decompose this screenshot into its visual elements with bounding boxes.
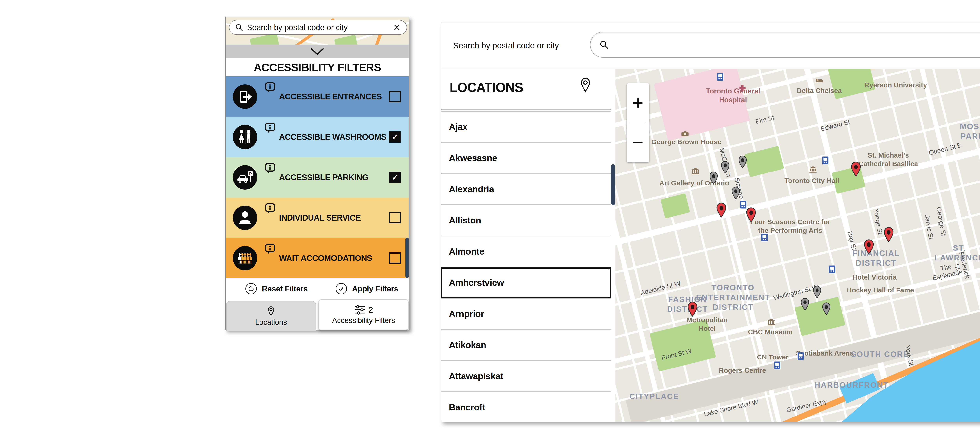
locations-list: AjaxAkwesasneAlexandriaAllistonAlmonteAm… bbox=[441, 111, 611, 422]
map-pin-red[interactable] bbox=[850, 161, 862, 177]
map-pin-red[interactable] bbox=[686, 301, 699, 317]
hospital-cross-icon bbox=[738, 85, 746, 92]
map-pin-red[interactable] bbox=[745, 207, 757, 223]
close-icon[interactable] bbox=[393, 23, 401, 32]
checkbox[interactable] bbox=[389, 91, 401, 102]
list-item-location[interactable]: Atikokan bbox=[441, 330, 611, 361]
list-item-location[interactable]: Alexandria bbox=[441, 174, 611, 205]
reset-icon bbox=[245, 283, 257, 294]
map-park bbox=[828, 69, 875, 99]
location-pin-icon bbox=[579, 77, 592, 92]
info-icon[interactable] bbox=[265, 122, 275, 134]
map-pin-red[interactable] bbox=[715, 202, 727, 218]
entrance-icon bbox=[233, 84, 257, 109]
search-icon bbox=[599, 40, 609, 50]
subway-station-icon bbox=[761, 233, 768, 242]
filter-row-individual-service[interactable]: INDIVIDUAL SERVICE bbox=[226, 198, 409, 238]
info-icon[interactable] bbox=[265, 243, 275, 255]
filter-row-accessible-entrances[interactable]: ACCESSIBLE ENTRANCES bbox=[226, 76, 409, 117]
subway-station-icon bbox=[717, 73, 724, 81]
parking-icon: P bbox=[233, 165, 257, 189]
collapse-handle[interactable] bbox=[226, 45, 409, 58]
filters-count-badge: 2 bbox=[369, 305, 373, 314]
map-pin-gray[interactable] bbox=[812, 285, 822, 299]
tab-filters-label: Accessibility Filters bbox=[332, 316, 395, 325]
search-input[interactable] bbox=[590, 32, 980, 58]
map-park bbox=[744, 146, 784, 177]
map-pin-gray[interactable] bbox=[800, 297, 810, 311]
mini-scrollbar-thumb[interactable] bbox=[405, 238, 409, 278]
map-pin-red[interactable] bbox=[882, 227, 895, 242]
washroom-icon bbox=[233, 125, 257, 149]
museum-icon bbox=[767, 318, 775, 326]
mini-accessibility-panel: Search by postal code or city ACCESSIBIL… bbox=[225, 17, 409, 330]
mini-panel-title: ACCESSIBILITY FILTERS bbox=[226, 58, 409, 76]
map-pin-red[interactable] bbox=[862, 239, 875, 255]
list-item-location[interactable]: Arnprior bbox=[441, 299, 611, 330]
apply-filters-label: Apply Filters bbox=[352, 284, 398, 293]
filter-row-accessible-washrooms[interactable]: ACCESSIBLE WASHROOMS✓ bbox=[226, 117, 409, 157]
camera-icon bbox=[681, 130, 689, 137]
filter-label: ACCESSIBLE ENTRANCES bbox=[279, 76, 382, 117]
location-pin-icon bbox=[267, 306, 275, 316]
museum-icon bbox=[809, 166, 817, 173]
tab-locations-label: Locations bbox=[255, 318, 287, 327]
mini-search-placeholder: Search by postal code or city bbox=[247, 23, 389, 32]
checkbox[interactable] bbox=[389, 253, 401, 264]
mini-tab-bar: Locations 2 Accessibility Filters bbox=[226, 300, 409, 331]
search-label: Search by postal code or city bbox=[453, 22, 559, 69]
list-item-location[interactable]: Alliston bbox=[441, 205, 611, 236]
search-icon bbox=[235, 23, 243, 32]
svg-text:P: P bbox=[249, 172, 252, 176]
filter-row-accessible-parking[interactable]: PACCESSIBLE PARKING✓ bbox=[226, 157, 409, 198]
info-icon[interactable] bbox=[265, 203, 275, 215]
list-item-location[interactable]: Akwesasne bbox=[441, 143, 611, 174]
apply-filters-button[interactable]: Apply Filters bbox=[336, 283, 398, 294]
map-pin-gray[interactable] bbox=[708, 171, 719, 185]
mini-footer: Reset Filters Apply Filters bbox=[226, 278, 409, 300]
list-item-location[interactable]: Attawapiskat bbox=[441, 361, 611, 392]
map-hospital-area bbox=[654, 69, 750, 141]
filter-label: ACCESSIBLE WASHROOMS bbox=[279, 117, 386, 157]
map-pin-gray[interactable] bbox=[821, 302, 832, 315]
map-pin-gray[interactable] bbox=[730, 186, 741, 200]
search-bar-section: Search by postal code or city bbox=[441, 22, 980, 69]
map-park bbox=[660, 193, 690, 218]
info-icon[interactable] bbox=[265, 163, 275, 175]
list-item-location[interactable]: Almonte bbox=[441, 236, 611, 267]
bed-icon bbox=[816, 77, 824, 84]
list-item-location[interactable]: Amherstview bbox=[441, 267, 611, 299]
list-item-location[interactable]: Bancroft bbox=[441, 392, 611, 422]
reset-filters-button[interactable]: Reset Filters bbox=[245, 283, 308, 294]
checkbox[interactable]: ✓ bbox=[389, 131, 401, 143]
list-item-location[interactable]: Ajax bbox=[441, 111, 611, 143]
crowd-icon bbox=[233, 246, 257, 270]
locator-app-window: Search by postal code or city LOCATIONS … bbox=[441, 22, 980, 421]
locations-scrollbar-thumb[interactable] bbox=[611, 164, 615, 205]
zoom-out-button[interactable]: − bbox=[627, 123, 649, 162]
map-pin-gray[interactable] bbox=[737, 155, 748, 168]
locations-header: LOCATIONS bbox=[441, 70, 611, 109]
tab-locations[interactable]: Locations bbox=[226, 301, 316, 331]
checkbox[interactable]: ✓ bbox=[389, 172, 401, 183]
person-icon bbox=[233, 206, 257, 230]
chevron-down-icon bbox=[309, 47, 326, 56]
sliders-icon bbox=[354, 305, 366, 315]
info-icon[interactable] bbox=[265, 82, 275, 94]
filter-label: ACCESSIBLE PARKING bbox=[279, 157, 368, 198]
map-canvas[interactable]: Toronto General HospitalDelta ChelseaRye… bbox=[616, 69, 980, 422]
map-pin-gray[interactable] bbox=[720, 160, 730, 174]
locations-scrollbar[interactable] bbox=[611, 69, 616, 422]
filter-label: WAIT ACCOMODATIONS bbox=[279, 238, 372, 278]
subway-station-icon bbox=[797, 352, 804, 360]
map-zoom-control: + − bbox=[627, 83, 649, 162]
subway-station-icon bbox=[822, 156, 829, 164]
check-circle-icon bbox=[336, 283, 347, 294]
divider bbox=[441, 109, 611, 110]
zoom-in-button[interactable]: + bbox=[627, 83, 649, 122]
locations-title: LOCATIONS bbox=[450, 80, 523, 95]
tab-accessibility-filters[interactable]: 2 Accessibility Filters bbox=[318, 300, 409, 330]
checkbox[interactable] bbox=[389, 212, 401, 224]
filter-row-wait-accomodations[interactable]: WAIT ACCOMODATIONS bbox=[226, 238, 409, 278]
mini-search-input[interactable]: Search by postal code or city bbox=[229, 20, 407, 35]
